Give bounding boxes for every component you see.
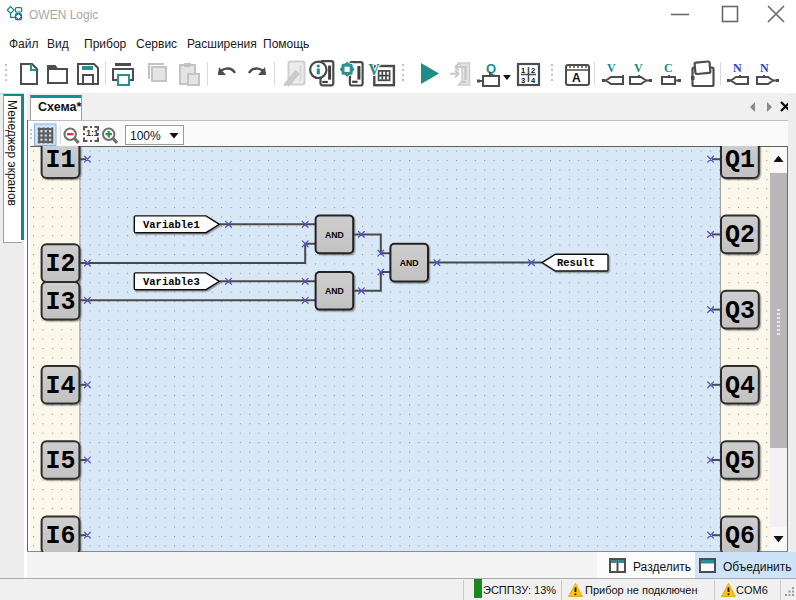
svg-text:2: 2 [531,66,535,75]
svg-text:Variable3: Variable3 [143,276,200,288]
svg-text:N: N [733,61,742,75]
svg-text:AND: AND [325,230,344,240]
svg-text:Q2: Q2 [725,221,755,250]
svg-text:4: 4 [531,76,536,85]
svg-text:V: V [368,61,380,78]
svg-text:Q6: Q6 [725,522,755,551]
svg-text:C: C [664,61,673,75]
svg-text:3: 3 [521,76,525,85]
svg-text:1:1: 1:1 [86,128,99,138]
svg-text:I3: I3 [45,288,75,317]
svg-text:I4: I4 [45,372,75,401]
svg-text:V: V [607,61,616,75]
svg-text:Result: Result [557,257,595,269]
svg-text:I1: I1 [45,146,75,175]
svg-text:Q4: Q4 [725,372,755,401]
svg-text:AND: AND [325,286,344,296]
svg-text:1: 1 [521,66,525,75]
svg-text:I5: I5 [45,447,75,476]
svg-text:AND: AND [400,258,419,268]
svg-text:Q: Q [486,61,496,76]
svg-text:A: A [572,71,581,85]
svg-text:I2: I2 [45,250,75,279]
svg-text:N: N [760,61,769,75]
svg-text:I6: I6 [45,522,75,551]
svg-text:Q1: Q1 [725,146,755,175]
svg-text:V: V [634,61,643,75]
svg-text:Q5: Q5 [725,447,755,476]
svg-text:Q3: Q3 [725,297,755,326]
svg-text:Variable1: Variable1 [143,219,200,231]
